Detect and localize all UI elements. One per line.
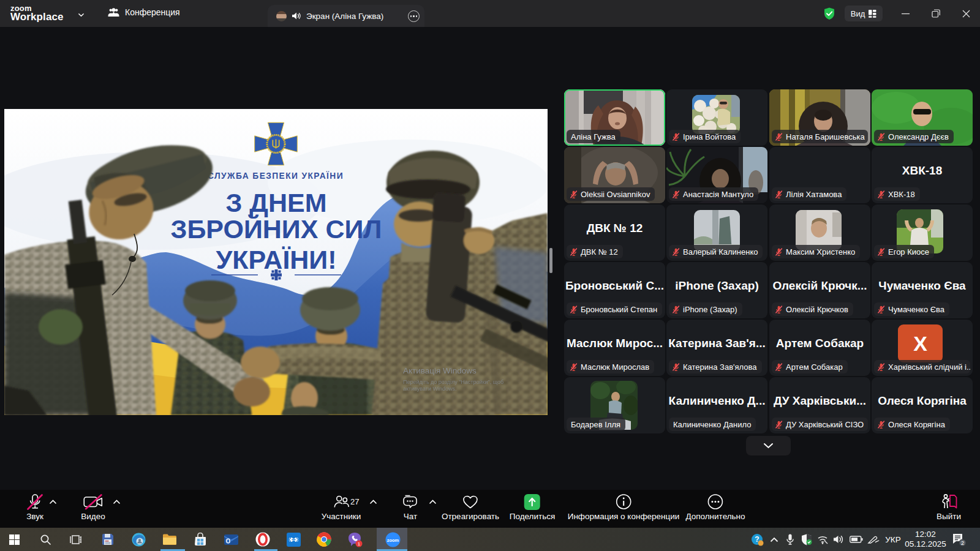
svg-text:Перейдіть до розділу "Настройк: Перейдіть до розділу "Настройки", щоб: [403, 379, 503, 385]
svg-text:Активація Windows: Активація Windows: [403, 366, 477, 375]
svg-text:активувати Windows.: активувати Windows.: [403, 386, 456, 392]
svg-text:З ДНЕМ: З ДНЕМ: [225, 188, 326, 217]
svg-text:1: 1: [357, 541, 360, 547]
svg-text:zoom: zoom: [386, 537, 399, 542]
svg-text:ЗБРОЙНИХ СИЛ: ЗБРОЙНИХ СИЛ: [170, 214, 382, 244]
svg-text:2: 2: [961, 540, 964, 546]
svg-text:СЛУЖБА БЕЗПЕКИ УКРАЇНИ: СЛУЖБА БЕЗПЕКИ УКРАЇНИ: [208, 171, 344, 181]
